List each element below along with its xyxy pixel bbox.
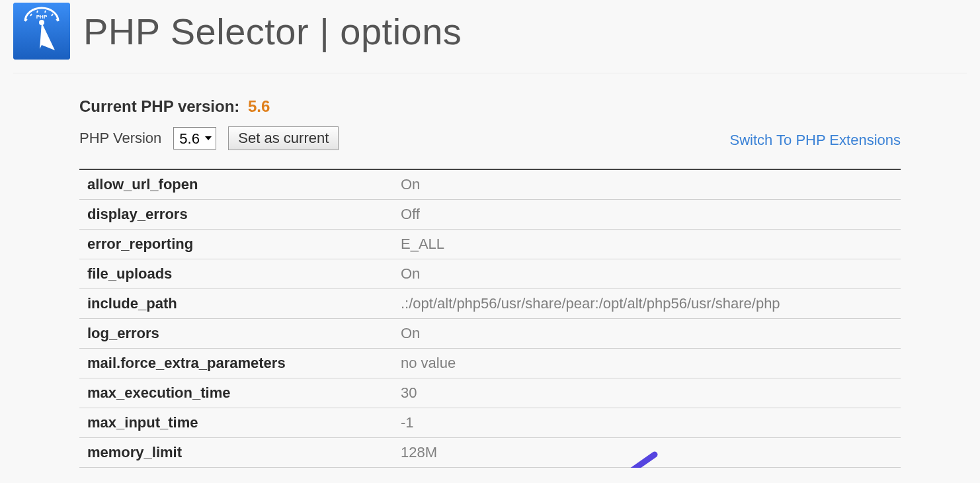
option-value[interactable]: no value bbox=[393, 349, 901, 378]
svg-line-4 bbox=[45, 11, 46, 13]
table-row: log_errorsOn bbox=[79, 319, 901, 349]
option-name: file_uploads bbox=[79, 259, 393, 289]
option-value[interactable]: 128M bbox=[393, 438, 901, 468]
svg-line-3 bbox=[37, 11, 38, 13]
table-row: max_execution_time30 bbox=[79, 378, 901, 408]
option-value[interactable]: 30 bbox=[393, 378, 901, 408]
option-value[interactable]: .:/opt/alt/php56/usr/share/pear:/opt/alt… bbox=[393, 289, 901, 319]
table-row: error_reportingE_ALL bbox=[79, 230, 901, 259]
table-row: max_input_time-1 bbox=[79, 408, 901, 438]
option-value[interactable]: On bbox=[393, 169, 901, 200]
option-value[interactable]: Off bbox=[393, 200, 901, 230]
table-row: display_errorsOff bbox=[79, 200, 901, 230]
option-value[interactable]: On bbox=[393, 319, 901, 349]
option-name: max_execution_time bbox=[79, 378, 393, 408]
option-name: log_errors bbox=[79, 319, 393, 349]
option-name: display_errors bbox=[79, 200, 393, 230]
option-name: error_reporting bbox=[79, 230, 393, 259]
option-name: include_path bbox=[79, 289, 393, 319]
svg-text:PHP: PHP bbox=[36, 14, 48, 20]
php-version-select[interactable]: 5.6 bbox=[173, 127, 216, 150]
option-name: max_input_time bbox=[79, 408, 393, 438]
set-as-current-button[interactable]: Set as current bbox=[228, 126, 339, 150]
current-php-version-value: 5.6 bbox=[248, 97, 270, 115]
option-name: allow_url_fopen bbox=[79, 169, 393, 200]
table-row: memory_limit128M bbox=[79, 438, 901, 468]
option-name: memory_limit bbox=[79, 438, 393, 468]
current-php-version-label: Current PHP version: bbox=[79, 97, 239, 115]
option-name: mail.force_extra_parameters bbox=[79, 349, 393, 378]
option-value[interactable]: On bbox=[393, 259, 901, 289]
php-options-table: allow_url_fopenOndisplay_errorsOfferror_… bbox=[79, 169, 901, 468]
current-php-version: Current PHP version: 5.6 bbox=[79, 97, 901, 116]
option-value[interactable]: -1 bbox=[393, 408, 901, 438]
page-header: PHP PHP Selector | options bbox=[13, 0, 967, 73]
table-row: file_uploadsOn bbox=[79, 259, 901, 289]
option-value[interactable]: E_ALL bbox=[393, 230, 901, 259]
page-title: PHP Selector | options bbox=[83, 10, 462, 53]
table-row: allow_url_fopenOn bbox=[79, 169, 901, 200]
svg-point-9 bbox=[39, 20, 44, 25]
table-row: mail.force_extra_parametersno value bbox=[79, 349, 901, 378]
php-selector-icon: PHP bbox=[13, 3, 70, 60]
php-version-label: PHP Version bbox=[79, 130, 161, 147]
switch-to-php-extensions-link[interactable]: Switch To PHP Extensions bbox=[730, 132, 901, 149]
table-row: include_path.:/opt/alt/php56/usr/share/p… bbox=[79, 289, 901, 319]
